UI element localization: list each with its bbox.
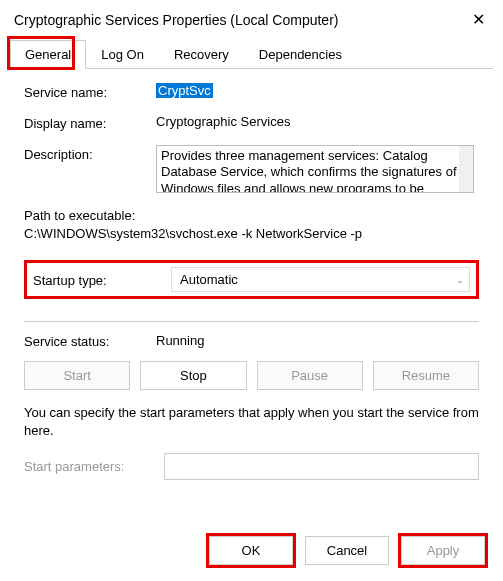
start-params-input (164, 453, 479, 480)
hint-text: You can specify the start parameters tha… (24, 404, 479, 439)
start-button: Start (24, 361, 130, 390)
value-service-name: CryptSvc (156, 83, 213, 98)
pause-button: Pause (257, 361, 363, 390)
label-startup-type: Startup type: (33, 271, 171, 288)
divider (24, 321, 479, 322)
label-display-name: Display name: (24, 114, 156, 131)
ok-button[interactable]: OK (209, 536, 293, 565)
label-description: Description: (24, 145, 156, 162)
label-path: Path to executable: (24, 207, 479, 225)
window-title: Cryptographic Services Properties (Local… (14, 12, 338, 28)
tab-strip: General Log On Recovery Dependencies (10, 39, 493, 69)
startup-type-row: Startup type: Automatic ⌄ (24, 260, 479, 299)
label-service-status: Service status: (24, 332, 156, 349)
resume-button: Resume (373, 361, 479, 390)
label-service-name: Service name: (24, 83, 156, 100)
value-service-status: Running (156, 333, 204, 348)
titlebar: Cryptographic Services Properties (Local… (0, 0, 503, 37)
dialog-buttons: OK Cancel Apply (0, 536, 503, 579)
tab-general[interactable]: General (10, 40, 86, 69)
startup-type-select[interactable]: Automatic (171, 267, 470, 292)
tab-logon[interactable]: Log On (86, 40, 159, 69)
apply-button: Apply (401, 536, 485, 565)
scrollbar[interactable] (459, 146, 473, 192)
tab-recovery[interactable]: Recovery (159, 40, 244, 69)
value-display-name: Cryptographic Services (156, 114, 479, 129)
close-icon[interactable]: ✕ (466, 8, 491, 31)
stop-button[interactable]: Stop (140, 361, 246, 390)
description-box[interactable]: Provides three management services: Cata… (156, 145, 474, 193)
value-path: C:\WINDOWS\system32\svchost.exe -k Netwo… (24, 225, 479, 243)
tab-dependencies[interactable]: Dependencies (244, 40, 357, 69)
label-start-params: Start parameters: (24, 459, 164, 474)
tab-panel-general: Service name: CryptSvc Display name: Cry… (0, 69, 503, 504)
value-description: Provides three management services: Cata… (161, 148, 457, 193)
cancel-button[interactable]: Cancel (305, 536, 389, 565)
